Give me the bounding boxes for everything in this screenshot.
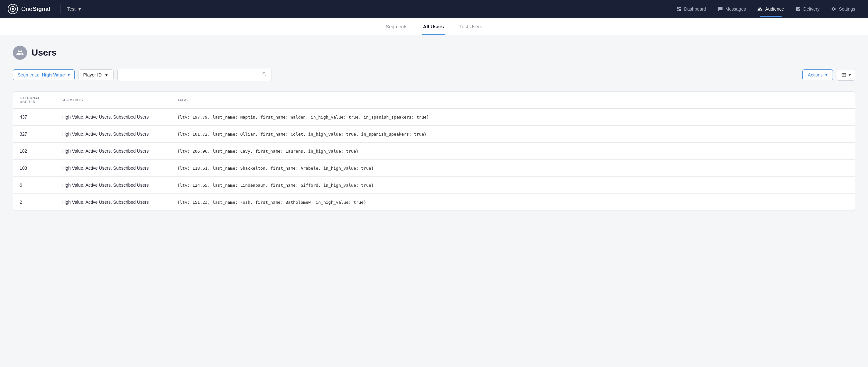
nav-dashboard[interactable]: Dashboard xyxy=(671,4,711,14)
page-icon xyxy=(13,46,27,60)
nav-messages[interactable]: Messages xyxy=(713,4,751,14)
cell-external-user-id: 437 xyxy=(13,109,55,126)
chevron-down-icon: ▾ xyxy=(68,72,70,77)
table-row[interactable]: 6 High Value, Active Users, Subscribed U… xyxy=(13,177,855,194)
brand-logo[interactable]: OneSignal xyxy=(8,4,50,14)
chevron-down-icon: ▼ xyxy=(78,6,82,11)
page-header: Users xyxy=(13,46,855,60)
table-row[interactable]: 437 High Value, Active Users, Subscribed… xyxy=(13,109,855,126)
tab-segments[interactable]: Segments xyxy=(384,18,409,35)
segment-filter-prefix: Segments: xyxy=(18,72,39,77)
actions-label: Actions xyxy=(808,72,823,77)
audience-icon xyxy=(757,6,763,11)
search-icon xyxy=(262,72,267,78)
search-box[interactable] xyxy=(117,69,272,81)
search-input[interactable] xyxy=(122,72,262,77)
app-selector[interactable]: Test ▼ xyxy=(60,4,83,13)
nav-delivery[interactable]: Delivery xyxy=(790,4,825,14)
cell-external-user-id: 182 xyxy=(13,143,55,160)
cell-segments: High Value, Active Users, Subscribed Use… xyxy=(55,109,171,126)
logo-icon xyxy=(8,4,18,14)
columns-button[interactable]: ▾ xyxy=(837,69,855,81)
segment-filter-value: High Value xyxy=(42,72,65,77)
col-header-tags: TAGS xyxy=(171,92,855,109)
cell-tags: {ltv: 197.79, last_name: Naptin, first_n… xyxy=(171,109,855,126)
table-row[interactable]: 182 High Value, Active Users, Subscribed… xyxy=(13,143,855,160)
filter-dropdown[interactable]: Player ID ▼ xyxy=(79,69,114,80)
toolbar: Segments: High Value ▾ Player ID ▼ Actio… xyxy=(13,69,855,81)
top-navigation: OneSignal Test ▼ Dashboard Messages Audi… xyxy=(0,0,868,18)
cell-segments: High Value, Active Users, Subscribed Use… xyxy=(55,160,171,177)
nav-audience[interactable]: Audience xyxy=(752,4,789,14)
nav-settings[interactable]: Settings xyxy=(826,4,860,14)
page-title: Users xyxy=(32,47,57,58)
app-name: Test xyxy=(67,6,75,11)
delivery-icon xyxy=(796,6,801,11)
users-icon xyxy=(16,49,24,57)
filter-dropdown-value: Player ID xyxy=(83,72,102,77)
table-row[interactable]: 2 High Value, Active Users, Subscribed U… xyxy=(13,194,855,211)
col-header-segments: SEGMENTS xyxy=(55,92,171,109)
settings-icon xyxy=(831,6,836,11)
chevron-down-icon: ▾ xyxy=(849,72,851,77)
messages-icon xyxy=(718,6,723,11)
chevron-down-icon: ▾ xyxy=(825,72,828,77)
cell-segments: High Value, Active Users, Subscribed Use… xyxy=(55,194,171,211)
dashboard-icon xyxy=(676,6,681,11)
users-table: EXTERNAL USER ID SEGMENTS TAGS 437 High … xyxy=(13,91,855,211)
cell-tags: {ltv: 206.96, last_name: Cavy, first_nam… xyxy=(171,143,855,160)
col-header-external-user-id: EXTERNAL USER ID xyxy=(13,92,55,109)
sub-navigation: Segments All Users Test Users xyxy=(0,18,868,35)
cell-segments: High Value, Active Users, Subscribed Use… xyxy=(55,126,171,143)
actions-button[interactable]: Actions ▾ xyxy=(802,69,833,80)
cell-external-user-id: 327 xyxy=(13,126,55,143)
table-row[interactable]: 103 High Value, Active Users, Subscribed… xyxy=(13,160,855,177)
cell-tags: {ltv: 151.23, last_name: Fosh, first_nam… xyxy=(171,194,855,211)
table-header-row: EXTERNAL USER ID SEGMENTS TAGS xyxy=(13,92,855,109)
columns-icon xyxy=(841,72,847,78)
tab-all-users[interactable]: All Users xyxy=(422,18,445,35)
segment-filter-button[interactable]: Segments: High Value ▾ xyxy=(13,69,75,80)
cell-tags: {ltv: 124.65, last_name: Lindenbaum, fir… xyxy=(171,177,855,194)
tab-test-users[interactable]: Test Users xyxy=(458,18,484,35)
chevron-down-icon: ▼ xyxy=(104,72,109,77)
main-content: Users Segments: High Value ▾ Player ID ▼… xyxy=(0,35,868,221)
table-row[interactable]: 327 High Value, Active Users, Subscribed… xyxy=(13,126,855,143)
cell-segments: High Value, Active Users, Subscribed Use… xyxy=(55,143,171,160)
cell-tags: {ltv: 118.61, last_name: Shackelton, fir… xyxy=(171,160,855,177)
cell-external-user-id: 2 xyxy=(13,194,55,211)
cell-tags: {ltv: 101.72, last_name: Olliar, first_n… xyxy=(171,126,855,143)
cell-external-user-id: 103 xyxy=(13,160,55,177)
cell-segments: High Value, Active Users, Subscribed Use… xyxy=(55,177,171,194)
brand-name: OneSignal xyxy=(21,6,50,12)
nav-links: Dashboard Messages Audience Delivery Set… xyxy=(671,4,860,14)
cell-external-user-id: 6 xyxy=(13,177,55,194)
